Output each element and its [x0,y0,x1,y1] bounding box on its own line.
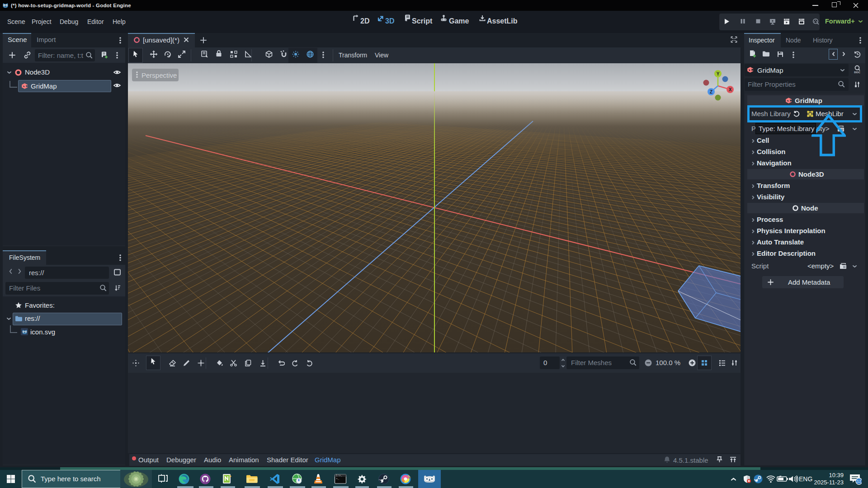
svg-text:C:\>_: C:\>_ [336,474,342,477]
svg-text:12: 12 [857,479,861,483]
svg-text:Y: Y [717,71,720,76]
svg-text:DOC: DOC [854,70,860,74]
svg-text:X: X [729,87,732,92]
svg-text:>_: >_ [336,477,340,480]
svg-text:Z: Z [710,89,712,94]
